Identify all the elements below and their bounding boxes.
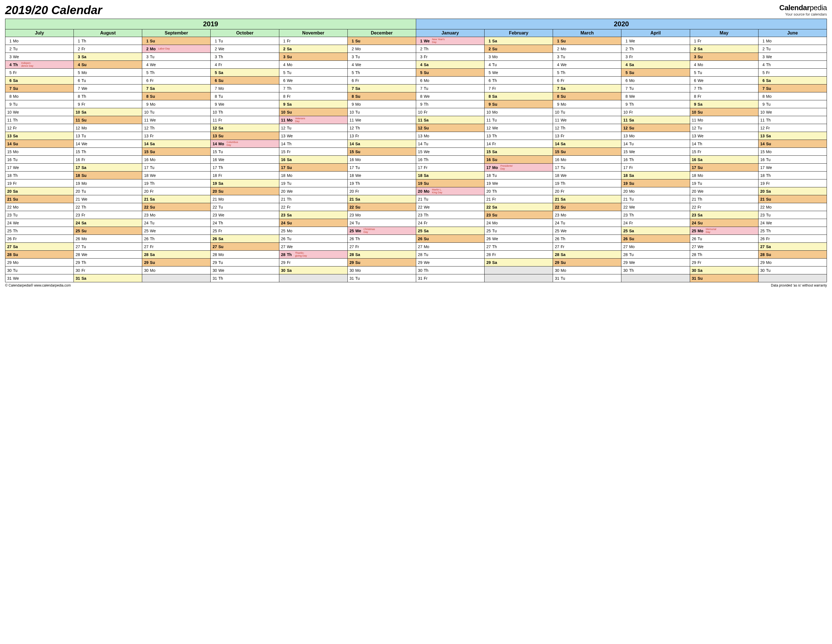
day-cell: 23Th (621, 211, 690, 219)
day-number: 8 (280, 94, 286, 99)
day-number: 3 (212, 54, 217, 59)
day-of-week: Fr (355, 134, 362, 138)
day-of-week: Su (766, 252, 773, 257)
day-number: 28 (280, 252, 286, 257)
day-cell: 7Mo (211, 85, 279, 93)
day-of-week: Th (218, 54, 225, 59)
day-number: 5 (486, 70, 491, 75)
day-cell: 7Sa (553, 85, 621, 93)
day-number: 1 (486, 39, 491, 43)
day-of-week: Su (561, 205, 567, 209)
day-cell: 22Mo (5, 203, 74, 211)
day-number: 18 (280, 173, 286, 178)
month-header: April (621, 29, 690, 37)
day-cell: 1Fr (279, 37, 347, 45)
day-cell: 4Mo (690, 61, 758, 69)
day-number: 18 (486, 173, 491, 178)
month-header-row: JulyAugustSeptemberOctoberNovemberDecemb… (5, 29, 827, 37)
day-cell: 19Su (621, 179, 690, 187)
day-of-week: We (492, 70, 499, 75)
day-of-week: Sa (766, 134, 773, 138)
day-number: 28 (691, 252, 696, 257)
day-of-week: Sa (698, 102, 704, 107)
day-number: 20 (212, 189, 217, 193)
day-of-week: Fr (424, 165, 430, 170)
day-number: 26 (417, 237, 422, 241)
day-number: 15 (75, 150, 80, 154)
calendar-body: 1Mo1Th1Su1Tu1Fr1Su1WeNew Year'sDay1Sa1Su… (5, 37, 827, 282)
day-of-week: We (698, 244, 704, 249)
day-number: 24 (212, 221, 217, 225)
day-number: 5 (349, 70, 354, 75)
day-of-week: Tu (492, 62, 499, 67)
day-number: 2 (486, 46, 491, 51)
day-number: 8 (486, 94, 491, 99)
day-number: 11 (760, 118, 765, 122)
day-number: 22 (760, 205, 765, 209)
day-number: 23 (143, 213, 149, 217)
calendar-row: 18Th18Su18We18Fr18Mo18We18Sa18Tu18We18Sa… (5, 171, 827, 179)
day-of-week: Sa (13, 78, 20, 83)
day-number: 2 (6, 46, 11, 51)
day-cell: 21Tu (621, 195, 690, 203)
day-number: 3 (554, 54, 559, 59)
day-cell: 15We (416, 148, 484, 156)
day-of-week: Tu (287, 70, 294, 75)
day-cell: 19Th (142, 179, 211, 187)
day-of-week: Tu (355, 221, 362, 225)
day-number: 21 (143, 197, 149, 201)
day-of-week: Fr (766, 70, 773, 75)
day-number: 19 (212, 181, 217, 185)
day-number: 25 (280, 229, 286, 233)
day-number: 10 (622, 110, 627, 115)
day-of-week: Sa (82, 110, 88, 115)
day-number: 20 (486, 189, 491, 193)
day-cell: 19Tu (279, 179, 347, 187)
day-number: 10 (349, 110, 354, 115)
day-of-week: We (561, 229, 567, 233)
day-cell: 1WeNew Year'sDay (416, 37, 484, 45)
day-number: 7 (75, 86, 80, 91)
day-number: 16 (349, 157, 354, 162)
day-cell: 24Fr (621, 219, 690, 227)
day-of-week: We (355, 173, 362, 178)
day-of-week: Tu (82, 189, 88, 193)
day-number: 13 (691, 134, 696, 138)
day-number: 5 (691, 70, 696, 75)
day-of-week: Sa (698, 213, 704, 217)
day-of-week: Fr (355, 78, 362, 83)
day-cell: 14Sa (347, 140, 416, 148)
day-of-week: Sa (766, 78, 773, 83)
day-number: 3 (6, 54, 11, 59)
day-cell: 10We (5, 108, 74, 116)
calendar-row: 5Fr5Mo5Th5Sa5Tu5Th5Su5We5Th5Su5Tu5Fr (5, 69, 827, 77)
day-number: 9 (6, 102, 11, 107)
day-cell: 20Fr (142, 187, 211, 195)
day-number: 20 (143, 189, 149, 193)
day-cell: 6We (279, 77, 347, 85)
day-of-week: Mo (561, 213, 567, 217)
day-of-week: Fr (424, 276, 430, 281)
day-of-week: Su (698, 165, 704, 170)
day-number: 10 (6, 110, 11, 115)
day-cell: 13We (279, 132, 347, 140)
day-cell: 12Sa (211, 124, 279, 132)
day-of-week: Su (13, 142, 20, 146)
day-cell: 22Th (74, 203, 142, 211)
day-of-week: Tu (82, 134, 88, 138)
day-number: 27 (554, 244, 559, 249)
day-of-week: Sa (561, 86, 567, 91)
calendar-row: 29Mo29Th29Su29Tu29Fr29Su29We29Sa29Su29We… (5, 259, 827, 267)
day-of-week: Th (698, 86, 704, 91)
day-of-week: Su (355, 205, 362, 209)
day-number: 31 (6, 276, 11, 281)
day-of-week: Fr (82, 102, 88, 107)
day-number: 4 (143, 62, 149, 67)
calendar-row: 16Tu16Fr16Mo16We16Sa16Mo16Th16Su16Mo16Th… (5, 156, 827, 164)
day-cell: 1Su (553, 37, 621, 45)
day-number: 26 (486, 237, 491, 241)
day-number: 25 (6, 229, 11, 233)
day-cell: 23Sa (279, 211, 347, 219)
calendar-row: 11Th11Su11We11Fr11MoVeteransDay11We11Sa1… (5, 116, 827, 124)
day-number: 4 (486, 62, 491, 67)
